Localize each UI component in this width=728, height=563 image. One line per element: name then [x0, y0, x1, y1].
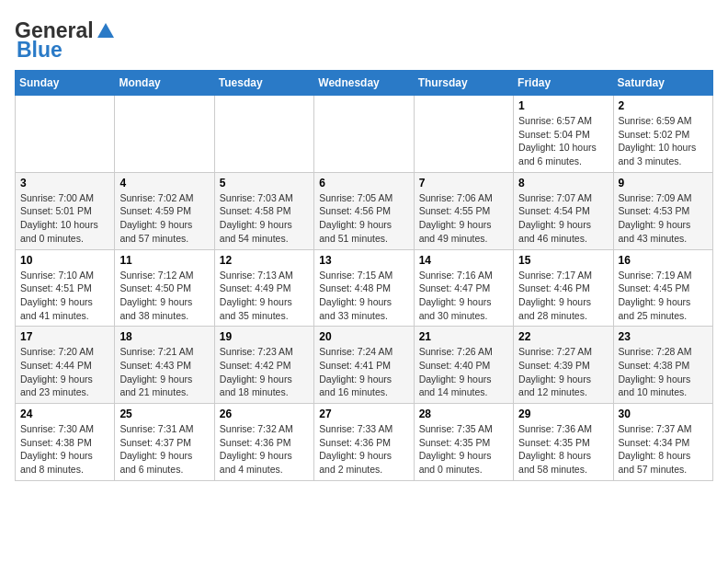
day-number: 1 [518, 99, 608, 112]
day-number: 28 [419, 408, 508, 420]
day-info: Sunrise: 7:07 AMSunset: 4:54 PMDaylight:… [518, 191, 608, 246]
day-number: 15 [518, 254, 608, 267]
day-info: Sunrise: 7:17 AMSunset: 4:46 PMDaylight:… [518, 269, 608, 323]
calendar-cell: 23Sunrise: 7:28 AMSunset: 4:38 PMDayligh… [613, 327, 712, 404]
day-info: Sunrise: 7:30 AMSunset: 4:38 PMDaylight:… [20, 422, 109, 477]
calendar-cell [314, 96, 414, 173]
calendar-cell: 9Sunrise: 7:09 AMSunset: 4:53 PMDaylight… [613, 172, 712, 249]
calendar-cell: 13Sunrise: 7:15 AMSunset: 4:48 PMDayligh… [314, 249, 414, 327]
day-info: Sunrise: 7:15 AMSunset: 4:48 PMDaylight:… [319, 269, 408, 323]
calendar-cell [214, 96, 313, 173]
day-number: 10 [20, 254, 109, 267]
calendar-cell: 11Sunrise: 7:12 AMSunset: 4:50 PMDayligh… [115, 249, 214, 327]
page-header: General Blue [15, 15, 713, 63]
calendar-cell: 14Sunrise: 7:16 AMSunset: 4:47 PMDayligh… [414, 249, 513, 327]
weekday-header: Monday [115, 71, 214, 96]
calendar-header: SundayMondayTuesdayWednesdayThursdayFrid… [16, 71, 713, 96]
day-number: 27 [319, 408, 408, 420]
calendar-cell: 24Sunrise: 7:30 AMSunset: 4:38 PMDayligh… [16, 404, 115, 481]
weekday-header: Thursday [414, 71, 513, 96]
calendar-cell: 18Sunrise: 7:21 AMSunset: 4:43 PMDayligh… [115, 327, 214, 404]
day-info: Sunrise: 7:35 AMSunset: 4:35 PMDaylight:… [419, 422, 508, 477]
calendar-cell: 16Sunrise: 7:19 AMSunset: 4:45 PMDayligh… [613, 249, 712, 327]
day-info: Sunrise: 6:57 AMSunset: 5:04 PMDaylight:… [518, 114, 608, 168]
day-info: Sunrise: 7:24 AMSunset: 4:41 PMDaylight:… [319, 345, 408, 399]
calendar-cell: 20Sunrise: 7:24 AMSunset: 4:41 PMDayligh… [314, 327, 414, 404]
day-number: 6 [319, 177, 408, 190]
day-info: Sunrise: 7:09 AMSunset: 4:53 PMDaylight:… [619, 191, 708, 246]
calendar-cell [16, 96, 115, 173]
calendar-week-row: 17Sunrise: 7:20 AMSunset: 4:44 PMDayligh… [16, 327, 713, 404]
calendar-cell: 29Sunrise: 7:36 AMSunset: 4:35 PMDayligh… [514, 404, 613, 481]
day-info: Sunrise: 7:12 AMSunset: 4:50 PMDaylight:… [119, 269, 209, 323]
day-number: 18 [119, 330, 209, 343]
calendar-cell: 1Sunrise: 6:57 AMSunset: 5:04 PMDaylight… [514, 96, 613, 173]
day-info: Sunrise: 7:28 AMSunset: 4:38 PMDaylight:… [619, 345, 708, 399]
svg-marker-0 [97, 23, 114, 38]
day-info: Sunrise: 7:33 AMSunset: 4:36 PMDaylight:… [319, 422, 408, 477]
logo-blue: Blue [17, 38, 63, 63]
calendar-cell: 17Sunrise: 7:20 AMSunset: 4:44 PMDayligh… [16, 327, 115, 404]
calendar-cell: 21Sunrise: 7:26 AMSunset: 4:40 PMDayligh… [414, 327, 513, 404]
calendar-cell: 25Sunrise: 7:31 AMSunset: 4:37 PMDayligh… [115, 404, 214, 481]
calendar-cell: 8Sunrise: 7:07 AMSunset: 4:54 PMDaylight… [514, 172, 613, 249]
day-number: 9 [619, 177, 708, 190]
calendar-week-row: 10Sunrise: 7:10 AMSunset: 4:51 PMDayligh… [16, 249, 713, 327]
calendar-cell: 10Sunrise: 7:10 AMSunset: 4:51 PMDayligh… [16, 249, 115, 327]
weekday-header: Sunday [16, 71, 115, 96]
calendar-week-row: 1Sunrise: 6:57 AMSunset: 5:04 PMDaylight… [16, 96, 713, 173]
calendar-cell: 7Sunrise: 7:06 AMSunset: 4:55 PMDaylight… [414, 172, 513, 249]
day-info: Sunrise: 7:03 AMSunset: 4:58 PMDaylight:… [220, 191, 309, 246]
calendar-week-row: 3Sunrise: 7:00 AMSunset: 5:01 PMDaylight… [16, 172, 713, 249]
day-number: 14 [419, 254, 508, 267]
day-info: Sunrise: 7:16 AMSunset: 4:47 PMDaylight:… [419, 269, 508, 323]
day-info: Sunrise: 7:21 AMSunset: 4:43 PMDaylight:… [119, 345, 209, 399]
calendar-cell: 28Sunrise: 7:35 AMSunset: 4:35 PMDayligh… [414, 404, 513, 481]
calendar-cell: 15Sunrise: 7:17 AMSunset: 4:46 PMDayligh… [514, 249, 613, 327]
day-number: 2 [619, 99, 708, 112]
day-number: 16 [619, 254, 708, 267]
day-info: Sunrise: 7:23 AMSunset: 4:42 PMDaylight:… [220, 345, 309, 399]
calendar-cell: 27Sunrise: 7:33 AMSunset: 4:36 PMDayligh… [314, 404, 414, 481]
day-number: 22 [518, 330, 608, 343]
day-number: 25 [119, 408, 209, 420]
calendar-table: SundayMondayTuesdayWednesdayThursdayFrid… [15, 70, 713, 481]
calendar-cell: 3Sunrise: 7:00 AMSunset: 5:01 PMDaylight… [16, 172, 115, 249]
calendar-cell: 5Sunrise: 7:03 AMSunset: 4:58 PMDaylight… [214, 172, 313, 249]
calendar-body: 1Sunrise: 6:57 AMSunset: 5:04 PMDaylight… [16, 96, 713, 481]
day-number: 19 [220, 330, 309, 343]
day-info: Sunrise: 7:00 AMSunset: 5:01 PMDaylight:… [20, 191, 109, 246]
day-info: Sunrise: 7:10 AMSunset: 4:51 PMDaylight:… [20, 269, 109, 323]
day-info: Sunrise: 7:05 AMSunset: 4:56 PMDaylight:… [319, 191, 408, 246]
calendar-week-row: 24Sunrise: 7:30 AMSunset: 4:38 PMDayligh… [16, 404, 713, 481]
day-info: Sunrise: 7:36 AMSunset: 4:35 PMDaylight:… [518, 422, 608, 477]
day-info: Sunrise: 7:27 AMSunset: 4:39 PMDaylight:… [518, 345, 608, 399]
logo: General Blue [15, 18, 116, 63]
day-info: Sunrise: 7:02 AMSunset: 4:59 PMDaylight:… [119, 191, 209, 246]
day-number: 5 [220, 177, 309, 190]
calendar-cell: 12Sunrise: 7:13 AMSunset: 4:49 PMDayligh… [214, 249, 313, 327]
day-number: 30 [619, 408, 708, 420]
calendar-header-row: SundayMondayTuesdayWednesdayThursdayFrid… [16, 71, 713, 96]
day-info: Sunrise: 6:59 AMSunset: 5:02 PMDaylight:… [619, 114, 708, 168]
day-number: 17 [20, 330, 109, 343]
day-info: Sunrise: 7:31 AMSunset: 4:37 PMDaylight:… [119, 422, 209, 477]
day-info: Sunrise: 7:37 AMSunset: 4:34 PMDaylight:… [619, 422, 708, 477]
calendar-cell: 19Sunrise: 7:23 AMSunset: 4:42 PMDayligh… [214, 327, 313, 404]
calendar-cell: 4Sunrise: 7:02 AMSunset: 4:59 PMDaylight… [115, 172, 214, 249]
day-info: Sunrise: 7:19 AMSunset: 4:45 PMDaylight:… [619, 269, 708, 323]
day-number: 3 [20, 177, 109, 190]
day-info: Sunrise: 7:32 AMSunset: 4:36 PMDaylight:… [220, 422, 309, 477]
day-number: 24 [20, 408, 109, 420]
day-number: 26 [220, 408, 309, 420]
day-number: 12 [220, 254, 309, 267]
calendar-cell: 2Sunrise: 6:59 AMSunset: 5:02 PMDaylight… [613, 96, 712, 173]
calendar-cell: 26Sunrise: 7:32 AMSunset: 4:36 PMDayligh… [214, 404, 313, 481]
calendar-cell [115, 96, 214, 173]
weekday-header: Friday [514, 71, 613, 96]
day-info: Sunrise: 7:26 AMSunset: 4:40 PMDaylight:… [419, 345, 508, 399]
calendar-cell: 22Sunrise: 7:27 AMSunset: 4:39 PMDayligh… [514, 327, 613, 404]
day-info: Sunrise: 7:13 AMSunset: 4:49 PMDaylight:… [220, 269, 309, 323]
day-info: Sunrise: 7:20 AMSunset: 4:44 PMDaylight:… [20, 345, 109, 399]
day-number: 21 [419, 330, 508, 343]
